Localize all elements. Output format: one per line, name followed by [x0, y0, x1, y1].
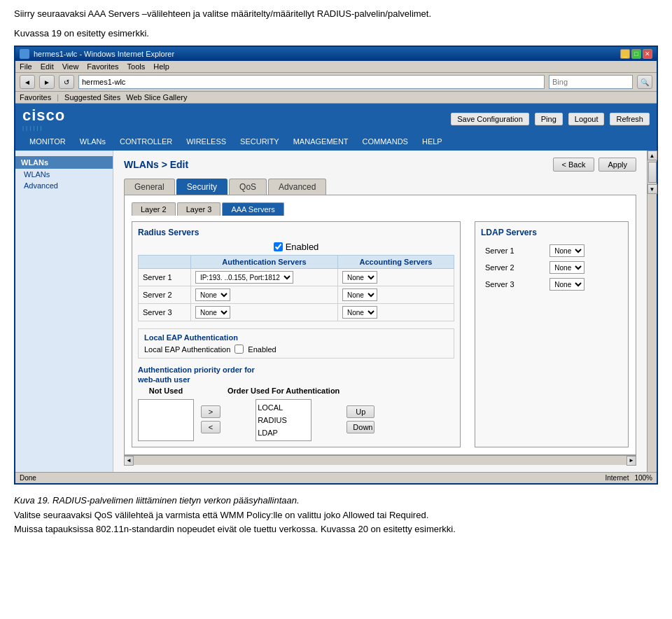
- tab-general[interactable]: General: [124, 179, 175, 195]
- ldap-title: LDAP Servers: [481, 228, 622, 237]
- sidebar-item-advanced[interactable]: Advanced: [15, 180, 113, 191]
- ldap-server1-select[interactable]: None: [550, 244, 584, 257]
- inner-tab-layer3[interactable]: Layer 3: [177, 202, 221, 216]
- maximize-button[interactable]: □: [631, 49, 641, 59]
- ping-button[interactable]: Ping: [535, 113, 563, 125]
- status-right: Internet 100%: [606, 474, 653, 482]
- menu-view[interactable]: View: [62, 62, 79, 71]
- ldap-table: Server 1 None Server 2: [481, 242, 622, 293]
- table-row: Server 1 None: [482, 243, 621, 258]
- server2-auth-select[interactable]: None: [195, 288, 230, 301]
- local-eap-enabled-label: Enabled: [248, 345, 276, 354]
- apply-button[interactable]: Apply: [598, 158, 636, 172]
- status-text: Done: [20, 474, 36, 482]
- forward-button[interactable]: ►: [39, 75, 55, 89]
- scroll-down-arrow[interactable]: ▼: [648, 184, 657, 194]
- eap-row: Local EAP Authentication Enabled: [144, 345, 448, 354]
- server3-auth-select[interactable]: None: [195, 306, 230, 319]
- up-button[interactable]: Up: [346, 405, 374, 418]
- menu-edit[interactable]: Edit: [41, 62, 54, 71]
- not-used-list[interactable]: [138, 399, 194, 441]
- tab-qos[interactable]: QoS: [229, 179, 267, 195]
- tab-advanced[interactable]: Advanced: [268, 179, 326, 195]
- nav-management[interactable]: MANAGEMENT: [286, 134, 356, 151]
- server2-acct: None: [337, 286, 454, 304]
- ldap-server2-select[interactable]: None: [550, 261, 584, 274]
- tab-security[interactable]: Security: [176, 179, 227, 195]
- menu-file[interactable]: File: [20, 62, 32, 71]
- inner-tab-layer2[interactable]: Layer 2: [132, 202, 176, 216]
- cisco-logo: cisco ||||||: [22, 106, 65, 131]
- not-used-label: Not Used: [149, 387, 183, 395]
- order-item-local: LOCAL: [258, 401, 309, 414]
- suggested-sites[interactable]: Suggested Sites: [64, 93, 120, 102]
- scroll-right-arrow[interactable]: ►: [626, 456, 636, 466]
- nav-help[interactable]: HELP: [415, 134, 449, 151]
- intro-line1: Siirry seuraavaksi AAA Servers –välileht…: [14, 7, 658, 21]
- ldap-server3-val: None: [547, 277, 621, 292]
- content-panel: Layer 2 Layer 3 AAA Servers Radius Serve…: [124, 195, 636, 455]
- main-tab-bar: General Security QoS Advanced: [124, 179, 636, 195]
- search-go-button[interactable]: 🔍: [637, 75, 652, 89]
- ldap-server1-label: Server 1: [482, 243, 545, 258]
- not-used-col: Not Used: [138, 387, 194, 441]
- server3-auth: None: [190, 304, 337, 321]
- menu-tools[interactable]: Tools: [127, 62, 146, 71]
- scroll-thumb[interactable]: [648, 162, 657, 183]
- order-list[interactable]: LOCAL RADIUS LDAP: [255, 399, 312, 441]
- save-config-button[interactable]: Save Configuration: [451, 113, 529, 125]
- scroll-up-arrow[interactable]: ▲: [648, 151, 657, 160]
- cisco-logo-bars: ||||||: [22, 125, 65, 131]
- search-input[interactable]: [549, 75, 633, 89]
- refresh-button[interactable]: Refresh: [610, 113, 650, 125]
- sidebar-item-wlans[interactable]: WLANs: [15, 169, 113, 180]
- sidebar-wlans-header[interactable]: WLANs: [15, 156, 113, 169]
- back-button-main[interactable]: < Back: [553, 158, 595, 172]
- ldap-server2-val: None: [547, 260, 621, 275]
- inner-tab-aaa[interactable]: AAA Servers: [222, 202, 284, 216]
- radius-servers-panel: Radius Servers Enabled Au: [132, 221, 461, 447]
- intro-line2: Kuvassa 19 on esitetty esimerkki.: [14, 27, 658, 41]
- server3-acct-select[interactable]: None: [342, 306, 377, 319]
- server2-acct-select[interactable]: None: [342, 288, 377, 301]
- menu-help[interactable]: Help: [153, 62, 169, 71]
- address-bar[interactable]: [78, 75, 545, 89]
- browser-titlebar: hermes1-wlc - Windows Internet Explorer …: [15, 47, 657, 61]
- close-button[interactable]: ✕: [643, 49, 652, 59]
- back-button[interactable]: ◄: [20, 75, 35, 89]
- arrow-col: > <: [201, 405, 220, 433]
- radius-title: Radius Servers: [138, 228, 454, 237]
- nav-controller[interactable]: CONTROLLER: [113, 134, 179, 151]
- menu-favorites[interactable]: Favorites: [87, 62, 118, 71]
- scroll-left-arrow[interactable]: ◄: [124, 456, 134, 466]
- minimize-button[interactable]: _: [620, 49, 630, 59]
- col-auth: Authentication Servers: [190, 256, 337, 269]
- logout-button[interactable]: Logout: [568, 113, 605, 125]
- nav-wlans[interactable]: WLANs: [73, 134, 113, 151]
- local-eap-checkbox[interactable]: [234, 345, 244, 354]
- scroll-track: [134, 457, 626, 465]
- footer-line1: Valitse seuraavaksi QoS välilehteä ja va…: [14, 508, 658, 522]
- server1-acct-select[interactable]: None: [342, 271, 377, 284]
- down-button[interactable]: Down: [346, 421, 374, 433]
- right-arrow-button[interactable]: >: [201, 405, 220, 418]
- left-arrow-button[interactable]: <: [201, 421, 220, 433]
- favorites-label[interactable]: Favorites: [20, 93, 51, 102]
- header-buttons: < Back Apply: [553, 158, 636, 172]
- browser-menubar: File Edit View Favorites Tools Help: [15, 61, 657, 73]
- enabled-checkbox[interactable]: [274, 242, 283, 252]
- web-slice-gallery[interactable]: Web Slice Gallery: [126, 93, 187, 102]
- server1-label: Server 1: [139, 269, 191, 286]
- server1-auth-select[interactable]: IP:193. ..0.155, Port:1812: [195, 271, 293, 284]
- refresh-nav-button[interactable]: ↺: [59, 75, 74, 89]
- nav-commands[interactable]: COMMANDS: [356, 134, 415, 151]
- nav-security[interactable]: SECURITY: [233, 134, 286, 151]
- col-server: [139, 256, 191, 269]
- auth-priority-section: Authentication priority order for web-au…: [138, 366, 454, 441]
- nav-monitor[interactable]: MONITOR: [22, 134, 73, 151]
- ldap-server3-select[interactable]: None: [550, 278, 584, 291]
- order-col: Order Used For Authentication LOCAL RADI…: [227, 387, 340, 441]
- table-row: Server 3 None: [482, 277, 621, 292]
- favorites-bar: Favorites | Suggested Sites Web Slice Ga…: [15, 92, 657, 104]
- nav-wireless[interactable]: WIRELESS: [179, 134, 233, 151]
